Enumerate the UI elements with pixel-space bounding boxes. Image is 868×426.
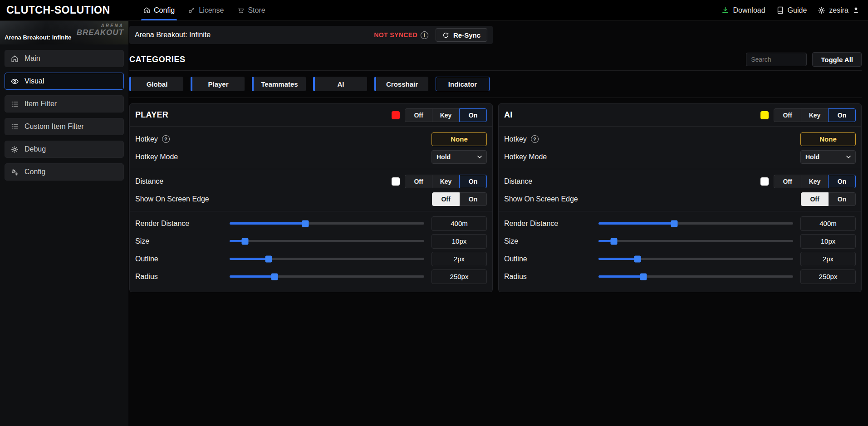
slider-value: 400m xyxy=(432,216,487,231)
list-icon xyxy=(11,123,19,131)
hotkey-mode-value: Hold xyxy=(805,153,819,161)
hotkey-mode-select[interactable]: Hold xyxy=(800,150,856,164)
size-slider[interactable] xyxy=(230,240,424,242)
distance-off-button[interactable]: Off xyxy=(405,175,432,188)
refresh-icon xyxy=(442,32,449,39)
info-icon[interactable]: i xyxy=(421,31,428,39)
slider-label: Outline xyxy=(135,255,230,263)
nav-item-license[interactable]: License xyxy=(181,0,230,20)
hotkey-label: Hotkey xyxy=(504,135,527,143)
slider-thumb[interactable] xyxy=(242,238,249,245)
outline-slider[interactable] xyxy=(230,258,424,260)
radius-slider[interactable] xyxy=(230,275,424,278)
state-key-button[interactable]: Key xyxy=(432,108,460,122)
hotkey-row: Hotkey ? None xyxy=(504,130,856,148)
nav-item-store[interactable]: Store xyxy=(230,0,272,20)
slider-fill xyxy=(598,275,643,278)
tab-ai[interactable]: AI xyxy=(313,77,367,91)
hotkey-button[interactable]: None xyxy=(432,132,487,146)
game-banner[interactable]: ARENA BREAKOUT Arena Breakout: Infinite xyxy=(0,21,128,44)
screen-edge-row: Show On Screen Edge Off On xyxy=(135,190,487,208)
distance-label: Distance xyxy=(135,177,163,186)
home-icon xyxy=(11,55,19,63)
distance-key-button[interactable]: Key xyxy=(432,175,460,188)
state-key-button[interactable]: Key xyxy=(801,108,829,122)
slider-fill xyxy=(598,258,638,260)
render-distance-row: Render Distance 400m xyxy=(504,215,856,232)
guide-link[interactable]: Guide xyxy=(776,6,807,15)
slider-thumb[interactable] xyxy=(265,255,272,262)
color-swatch[interactable] xyxy=(392,111,400,119)
download-link[interactable]: Download xyxy=(721,6,765,15)
sidebar-item-custom-item-filter[interactable]: Custom Item Filter xyxy=(5,118,124,135)
hotkey-mode-value: Hold xyxy=(436,153,451,161)
screen-edge-on-button[interactable]: On xyxy=(828,192,856,206)
distance-segment: Off Key On xyxy=(774,175,856,188)
sidebar-item-config[interactable]: Config xyxy=(5,163,124,181)
color-swatch[interactable] xyxy=(392,177,400,186)
distance-key-button[interactable]: Key xyxy=(801,175,829,188)
gears-icon xyxy=(11,168,19,176)
tab-player[interactable]: Player xyxy=(191,77,245,91)
state-on-button[interactable]: On xyxy=(828,108,856,122)
sidebar-item-debug[interactable]: Debug xyxy=(5,141,124,158)
tab-global[interactable]: Global xyxy=(129,77,183,91)
color-swatch[interactable] xyxy=(760,111,769,119)
slider-fill xyxy=(598,222,674,225)
screen-edge-segment: Off On xyxy=(432,192,487,206)
banner-brand: ARENA BREAKOUT xyxy=(77,24,124,36)
sidebar-item-label: Main xyxy=(25,54,40,63)
render-distance-slider[interactable] xyxy=(230,222,424,225)
sidebar-item-main[interactable]: Main xyxy=(5,50,124,67)
search-input[interactable] xyxy=(746,53,807,66)
app-logo: CLUTCH-SOLUTION xyxy=(6,4,110,16)
sidebar-item-visual[interactable]: Visual xyxy=(5,73,124,90)
slider-thumb[interactable] xyxy=(302,220,309,227)
distance-on-button[interactable]: On xyxy=(828,175,856,188)
user-menu[interactable]: zesira xyxy=(818,6,860,15)
state-segment: Off Key On xyxy=(405,108,487,122)
state-on-button[interactable]: On xyxy=(459,108,487,122)
help-icon[interactable]: ? xyxy=(531,135,539,143)
screen-edge-off-button[interactable]: Off xyxy=(801,192,829,206)
state-off-button[interactable]: Off xyxy=(774,108,801,122)
slider-label: Radius xyxy=(504,273,598,281)
render-distance-slider[interactable] xyxy=(598,222,793,225)
tab-indicator[interactable]: Indicator xyxy=(436,77,490,91)
radius-slider[interactable] xyxy=(598,275,793,278)
toggle-all-button[interactable]: Toggle All xyxy=(812,52,862,67)
size-slider[interactable] xyxy=(598,240,793,242)
nav-item-config[interactable]: Config xyxy=(137,0,181,20)
screen-edge-off-button[interactable]: Off xyxy=(432,192,460,206)
tab-crosshair[interactable]: Crosshair xyxy=(374,77,428,91)
slider-label: Size xyxy=(135,237,230,245)
slider-label: Size xyxy=(504,237,598,245)
distance-on-button[interactable]: On xyxy=(459,175,487,188)
slider-label: Outline xyxy=(504,255,598,263)
slider-thumb[interactable] xyxy=(271,273,278,280)
hotkey-button[interactable]: None xyxy=(800,132,856,146)
sync-bar: Arena Breakout: Infinite NOT SYNCED i Re… xyxy=(129,26,493,44)
tab-teammates[interactable]: Teammates xyxy=(252,77,306,91)
cart-icon xyxy=(237,7,244,14)
slider-thumb[interactable] xyxy=(671,220,678,227)
eye-icon xyxy=(11,78,19,85)
size-row: Size 10px xyxy=(504,232,856,250)
hotkey-mode-select[interactable]: Hold xyxy=(432,150,487,164)
resync-button[interactable]: Re-Sync xyxy=(436,28,487,42)
book-icon xyxy=(776,6,784,14)
outline-slider[interactable] xyxy=(598,258,793,260)
slider-thumb[interactable] xyxy=(611,238,618,245)
slider-thumb[interactable] xyxy=(634,255,641,262)
color-swatch[interactable] xyxy=(760,177,769,186)
nav-item-label: Store xyxy=(248,6,265,15)
download-icon xyxy=(721,6,729,14)
slider-thumb[interactable] xyxy=(640,273,647,280)
screen-edge-on-button[interactable]: On xyxy=(459,192,487,206)
sidebar-item-item-filter[interactable]: Item Filter xyxy=(5,95,124,113)
state-off-button[interactable]: Off xyxy=(405,108,432,122)
divider xyxy=(499,169,861,169)
hotkey-mode-label: Hotkey Mode xyxy=(504,153,547,161)
help-icon[interactable]: ? xyxy=(162,135,170,143)
distance-off-button[interactable]: Off xyxy=(774,175,801,188)
